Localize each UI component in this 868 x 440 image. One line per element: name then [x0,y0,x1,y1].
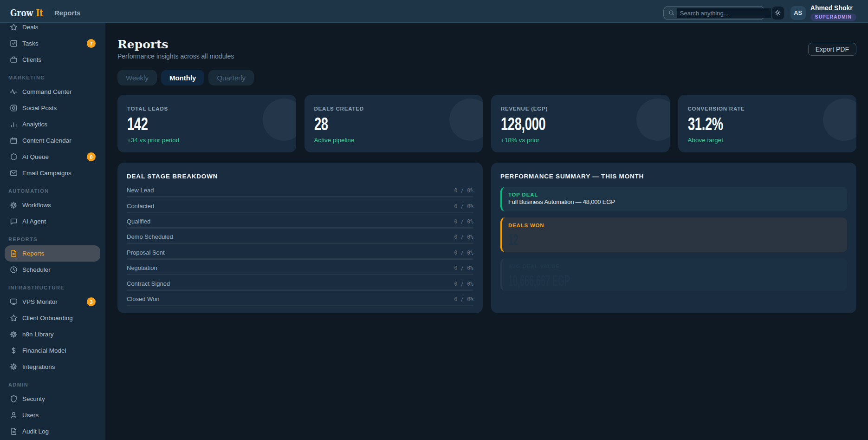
stat-card: CONVERSION RATE 31.2% Above target [678,95,857,152]
stat-note: +34 vs prior period [127,137,285,144]
period-tab[interactable]: Monthly [161,70,205,85]
search-input[interactable] [677,8,771,18]
stage-value: 0 / 0% [454,218,473,225]
stat-card: TOTAL LEADS 142 +34 vs prior period [117,95,296,152]
stat-note: Active pipeline [314,137,472,144]
sidebar-section-label: INFRASTRUCTURE [5,285,100,291]
sidebar-item[interactable]: n8n Library [5,326,100,342]
sidebar-item-label: Workflows [22,202,51,209]
performance-summary-title: PERFORMANCE SUMMARY — THIS MONTH [500,173,847,180]
sidebar-item[interactable]: Financial Model [5,342,100,359]
sidebar-item[interactable]: Reports [5,245,100,262]
sidebar-item-badge: 0 [87,152,96,161]
stat-card: REVENUE (EGP) 128,000 +18% vs prior [491,95,670,152]
deal-stage-row: Closed Won 0 / 0% [127,296,473,311]
avatar[interactable]: AS [790,6,806,20]
deal-stage-row: Negotiation 0 / 0% [127,264,473,280]
summary-block-label: DEALS WON [508,223,841,228]
sidebar-nav: Deals Tasks 7 Clients MARKETING [0,23,105,440]
summary-block-value: 12 [508,231,518,248]
summary-block: TOP DEAL Full Business Automation — 48,0… [500,187,847,211]
main-content: Reports Performance insights across all … [105,0,868,313]
sidebar-item[interactable]: Content Calendar [5,132,100,149]
deal-stage-rows: New Lead 0 / 0% Contacted 0 / 0% [127,187,473,311]
sidebar-item[interactable]: Social Posts [5,100,100,116]
gear-icon [9,330,18,339]
sidebar-item[interactable]: Audit Log [5,423,100,440]
stage-label: Demo Scheduled [127,233,173,240]
stage-value: 0 / 0% [454,187,473,194]
dollar-icon [9,346,18,355]
bar-chart-icon [9,120,18,129]
sidebar-item-label: Security [22,395,45,402]
deal-stage-row: Proposal Sent 0 / 0% [127,249,473,264]
sidebar-item[interactable]: Workflows [5,197,100,213]
sidebar-item-label: Deals [22,24,39,31]
sidebar-item[interactable]: Email Campaigns [5,165,100,181]
sidebar-item-label: Integrations [22,363,55,370]
user-name: Ahmed Shokr [810,5,853,12]
performance-summary-panel: PERFORMANCE SUMMARY — THIS MONTH TOP DEA… [491,163,856,313]
page-subtitle: Performance insights across all modules [117,53,234,60]
stat-label: REVENUE (EGP) [501,106,659,112]
sidebar-item[interactable]: Clients [5,52,100,68]
sidebar-item-label: n8n Library [22,331,54,338]
stat-label: DEALS CREATED [314,106,472,112]
chat-icon [9,217,18,226]
sidebar-item-badge: 3 [87,297,96,306]
deal-stage-row: Qualified 0 / 0% [127,218,473,233]
stat-value: 142 [127,115,148,133]
monitor-icon [9,297,18,306]
activity-icon [9,87,18,96]
gear-icon [9,201,18,210]
sidebar-section-label: REPORTS [5,236,100,243]
theme-toggle-button[interactable] [772,7,784,20]
stage-label: Contract Signed [127,280,170,287]
stat-value: 128,000 [501,115,545,133]
sidebar-item-label: Audit Log [22,428,49,435]
sidebar-item[interactable]: Client Onboarding [5,310,100,326]
stage-value: 0 / 0% [454,281,473,287]
stage-label: Negotiation [127,264,157,271]
sidebar-item[interactable]: Users [5,407,100,423]
sidebar-item-label: Content Calendar [22,137,71,144]
sidebar-item-label: Scheduler [22,266,51,273]
sidebar-item[interactable]: AI Agent [5,213,100,230]
stage-progress-track [127,243,473,244]
sidebar-section-label: AUTOMATION [5,188,100,194]
search-box[interactable] [663,6,764,20]
topbar: Grow It Reports AS Ahmed Shokr SUPERADMI… [0,0,868,23]
topbar-divider [48,7,48,18]
stat-value: 28 [314,115,328,133]
summary-blocks: TOP DEAL Full Business Automation — 48,0… [500,187,847,291]
sidebar-item-label: Clients [22,56,41,63]
sidebar-item-label: Social Posts [22,105,57,112]
sidebar-item[interactable]: Security [5,391,100,407]
sidebar-item[interactable]: Integrations [5,359,100,375]
sidebar-item-label: AI Queue [22,153,49,160]
file-icon [9,249,18,258]
sidebar-section-label: ADMIN [5,382,100,388]
sidebar-item[interactable]: VPS Monitor 3 [5,294,100,310]
period-tab[interactable]: Quarterly [208,70,254,85]
export-pdf-button[interactable]: Export PDF [808,43,856,56]
app-logo[interactable]: Grow It [10,7,37,19]
sidebar-item[interactable]: Tasks 7 [5,35,100,52]
sidebar-item[interactable]: Scheduler [5,262,100,278]
deal-stage-row: Demo Scheduled 0 / 0% [127,233,473,249]
mail-icon [9,169,18,177]
topbar-nav-reports[interactable]: Reports [54,9,81,17]
sidebar: Deals Tasks 7 Clients MARKETING [0,23,105,440]
sidebar-item[interactable]: AI Queue 0 [5,149,100,165]
stage-value: 0 / 0% [454,265,473,271]
sidebar-item-label: Reports [22,250,44,257]
stat-label: CONVERSION RATE [688,106,846,112]
stage-value: 0 / 0% [454,296,473,302]
stage-progress-track [127,258,473,260]
sidebar-item[interactable]: Deals [5,23,100,35]
period-tab[interactable]: Weekly [117,70,157,85]
sidebar-item-label: AI Agent [22,218,46,225]
sidebar-item[interactable]: Command Center [5,84,100,100]
deal-stage-panel: DEAL STAGE BREAKDOWN New Lead 0 / 0% Con… [117,163,483,313]
sidebar-item[interactable]: Analytics [5,116,100,132]
